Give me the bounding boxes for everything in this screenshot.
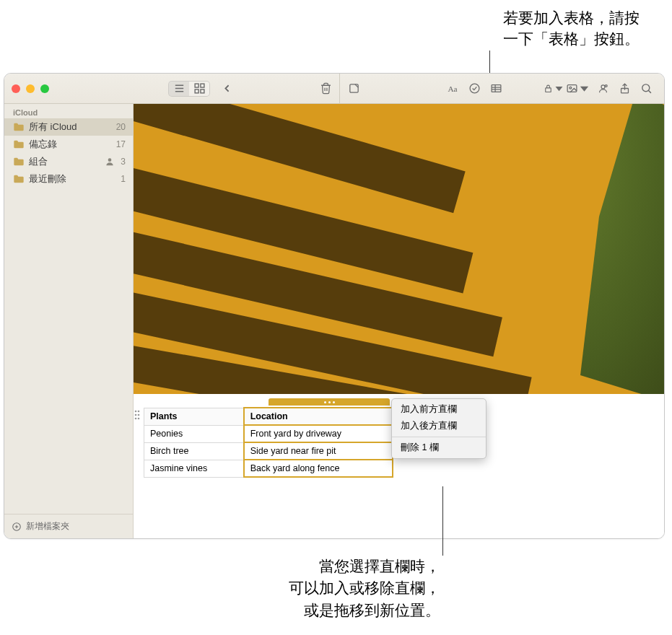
svg-point-16 bbox=[601, 85, 605, 89]
new-folder-button[interactable]: 新增檔案夾 bbox=[4, 514, 133, 538]
table-cell[interactable]: Peonies bbox=[144, 425, 244, 442]
checklist-button[interactable] bbox=[463, 80, 485, 97]
svg-rect-2 bbox=[195, 89, 198, 93]
svg-rect-1 bbox=[200, 84, 204, 87]
toolbar: Aa bbox=[4, 74, 664, 104]
sidebar-item-label: 組合 bbox=[29, 155, 100, 168]
svg-line-20 bbox=[648, 90, 651, 93]
svg-point-29 bbox=[135, 418, 137, 420]
drag-dots-icon bbox=[324, 401, 335, 403]
row-handle-icon[interactable] bbox=[134, 408, 141, 421]
column-context-menu: 加入前方直欄 加入後方直欄 刪除 1 欄 bbox=[391, 398, 486, 459]
minimize-button[interactable] bbox=[26, 84, 35, 93]
menu-item-add-column-after[interactable]: 加入後方直欄 bbox=[392, 418, 486, 434]
delete-button[interactable] bbox=[315, 80, 336, 97]
sidebar-item-trash[interactable]: 最近刪除 1 bbox=[4, 170, 133, 188]
table-cell[interactable]: Birch tree bbox=[144, 442, 244, 460]
svg-rect-7 bbox=[492, 85, 501, 92]
media-button[interactable] bbox=[564, 80, 592, 97]
note-content: Plants Location Peonies Front yard by dr… bbox=[134, 104, 664, 538]
svg-point-6 bbox=[470, 84, 479, 93]
table-row: Peonies Front yard by driveway bbox=[144, 425, 393, 442]
svg-point-14 bbox=[570, 87, 572, 89]
view-toggle bbox=[168, 81, 210, 97]
table-cell[interactable]: Back yard along fence bbox=[244, 460, 393, 477]
table-cell[interactable]: Front yard by driveway bbox=[244, 425, 393, 442]
svg-rect-3 bbox=[200, 89, 204, 93]
sidebar-section-header: iCloud bbox=[4, 104, 133, 118]
svg-point-25 bbox=[135, 411, 137, 413]
folder-icon bbox=[13, 139, 25, 149]
table-button[interactable] bbox=[485, 80, 507, 97]
table-header[interactable]: Plants bbox=[144, 408, 244, 425]
item-count: 1 bbox=[121, 174, 126, 184]
share-button[interactable] bbox=[614, 80, 635, 97]
callout-column-operations: 當您選擇直欄時， 可以加入或移除直欄， 或是拖移到新位置。 bbox=[245, 556, 440, 621]
grid-view-button[interactable] bbox=[189, 82, 209, 96]
collaborate-button[interactable] bbox=[592, 80, 614, 97]
folder-icon bbox=[13, 174, 25, 184]
svg-point-30 bbox=[138, 418, 140, 420]
item-count: 17 bbox=[116, 139, 126, 149]
table-cell[interactable]: Jasmine vines bbox=[144, 460, 244, 477]
svg-text:Aa: Aa bbox=[448, 84, 457, 93]
column-handle[interactable] bbox=[269, 398, 390, 406]
table-header[interactable]: Location bbox=[244, 408, 393, 425]
svg-marker-15 bbox=[580, 87, 588, 92]
close-button[interactable] bbox=[12, 84, 20, 93]
list-view-button[interactable] bbox=[169, 82, 189, 96]
svg-point-28 bbox=[138, 414, 140, 416]
back-button[interactable] bbox=[216, 80, 237, 97]
sidebar-item-label: 備忘錄 bbox=[29, 138, 112, 151]
menu-item-add-column-before[interactable]: 加入前方直欄 bbox=[392, 401, 486, 418]
svg-point-21 bbox=[108, 158, 112, 162]
svg-rect-0 bbox=[195, 84, 198, 87]
table-row: Birch tree Side yard near fire pit bbox=[144, 442, 393, 460]
note-table-container: Plants Location Peonies Front yard by dr… bbox=[144, 407, 393, 478]
table-row: Jasmine vines Back yard along fence bbox=[144, 460, 393, 477]
folder-icon bbox=[13, 157, 25, 167]
new-note-button[interactable] bbox=[343, 80, 365, 97]
svg-point-19 bbox=[642, 84, 649, 92]
folder-icon bbox=[13, 122, 25, 132]
sidebar-item-label: 最近刪除 bbox=[29, 172, 116, 185]
notes-window: Aa iCloud 所有 iCloud 20 備忘錄 17 bbox=[4, 73, 665, 539]
sidebar: iCloud 所有 iCloud 20 備忘錄 17 組合 3 最近刪除 bbox=[4, 104, 134, 538]
plus-circle-icon bbox=[12, 522, 22, 532]
shared-icon bbox=[105, 157, 115, 167]
svg-marker-12 bbox=[556, 87, 563, 91]
maximize-button[interactable] bbox=[40, 84, 49, 93]
sidebar-item-label: 所有 iCloud bbox=[29, 121, 112, 133]
note-image[interactable] bbox=[134, 104, 664, 394]
note-table[interactable]: Plants Location Peonies Front yard by dr… bbox=[144, 407, 393, 478]
svg-rect-11 bbox=[546, 88, 551, 92]
svg-point-26 bbox=[138, 411, 140, 413]
sidebar-item-all-icloud[interactable]: 所有 iCloud 20 bbox=[4, 118, 133, 136]
lock-button[interactable] bbox=[543, 80, 564, 97]
search-button[interactable] bbox=[635, 80, 657, 97]
svg-point-17 bbox=[605, 85, 607, 87]
format-button[interactable]: Aa bbox=[442, 80, 463, 97]
table-cell[interactable]: Side yard near fire pit bbox=[244, 442, 393, 460]
callout-table-button: 若要加入表格，請按 一下「表格」按鈕。 bbox=[503, 7, 640, 50]
window-controls bbox=[12, 84, 49, 93]
menu-item-delete-column[interactable]: 刪除 1 欄 bbox=[392, 439, 486, 456]
item-count: 3 bbox=[121, 157, 126, 167]
sidebar-item-notes[interactable]: 備忘錄 17 bbox=[4, 136, 133, 153]
svg-point-27 bbox=[135, 414, 137, 416]
item-count: 20 bbox=[116, 122, 126, 132]
sidebar-item-group[interactable]: 組合 3 bbox=[4, 153, 133, 170]
